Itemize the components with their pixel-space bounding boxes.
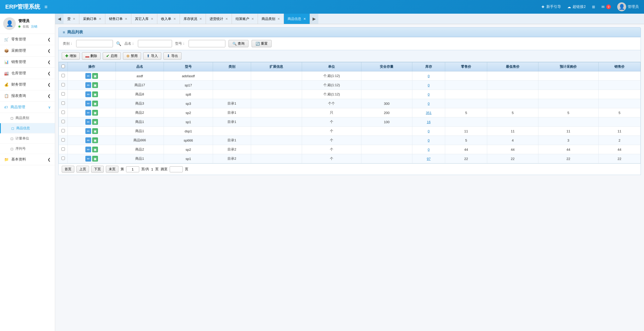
superlink-action[interactable]: ☁ 超链接2: [567, 4, 586, 9]
edit-button[interactable]: ✏: [85, 156, 91, 162]
sidebar-item-product-info[interactable]: ◻ 商品信息: [0, 123, 55, 133]
row-checkbox[interactable]: [61, 74, 65, 77]
tab-purchase-order[interactable]: 采购订单 ✕: [79, 14, 105, 24]
tab-inventory-close[interactable]: ✕: [199, 17, 202, 21]
add-button[interactable]: ✚ 增加: [62, 52, 80, 60]
stock-link[interactable]: 0: [428, 83, 430, 87]
edit-button[interactable]: ✏: [85, 82, 91, 88]
tab-inventory[interactable]: 库存状况 ✕: [180, 14, 206, 24]
row-checkbox[interactable]: [61, 92, 65, 96]
tab-product-info[interactable]: 商品信息 ✕: [284, 14, 310, 24]
row-checkbox[interactable]: [61, 83, 65, 86]
tab-inbound-close[interactable]: ✕: [225, 17, 228, 21]
sidebar-item-product-category[interactable]: ◻ 商品类别: [0, 113, 55, 123]
tab-goods-close[interactable]: ✕: [73, 17, 75, 21]
toggle-button[interactable]: ▣: [92, 101, 98, 106]
sidebar-item-finance[interactable]: 💰财务管理 ❮: [0, 79, 55, 90]
category-search-icon[interactable]: 🔍: [116, 41, 121, 46]
stock-link[interactable]: 0: [428, 102, 430, 106]
tab-goods[interactable]: 货 ✕: [64, 14, 79, 24]
edit-button[interactable]: ✏: [85, 73, 91, 79]
goto-input[interactable]: [170, 166, 183, 172]
tab-receipt[interactable]: 收入单 ✕: [157, 14, 180, 24]
stock-link[interactable]: 16: [427, 120, 430, 124]
edit-button[interactable]: ✏: [85, 137, 91, 143]
logout-label[interactable]: 注销: [31, 24, 37, 29]
name-input[interactable]: [138, 40, 172, 47]
edit-button[interactable]: ✏: [85, 101, 91, 106]
sidebar-item-warehouse[interactable]: 🏭仓库管理 ❮: [0, 68, 55, 79]
tab-next-arrow[interactable]: ▶: [310, 14, 318, 24]
tab-other-in[interactable]: 其它入库 ✕: [131, 14, 157, 24]
sidebar-item-unit[interactable]: ◻ 计量单位: [0, 133, 55, 144]
tab-sales-order[interactable]: 销售订单 ✕: [105, 14, 131, 24]
toggle-button[interactable]: ▣: [92, 91, 98, 97]
sidebar-item-sales[interactable]: 📊销售管理 ❮: [0, 56, 55, 68]
edit-button[interactable]: ✏: [85, 91, 91, 97]
select-all-checkbox[interactable]: [61, 65, 65, 68]
stock-link[interactable]: 351: [426, 111, 432, 115]
sidebar-item-purchase[interactable]: 📦采购管理 ❮: [0, 45, 55, 56]
reset-button[interactable]: 🔄 重置: [252, 40, 272, 47]
sidebar-item-retail[interactable]: 🛒零售管理 ❮: [0, 34, 55, 45]
edit-button[interactable]: ✏: [85, 128, 91, 134]
tab-receipt-close[interactable]: ✕: [173, 17, 176, 21]
export-button[interactable]: ⬇ 导出: [163, 52, 181, 60]
row-checkbox[interactable]: [61, 138, 65, 142]
first-page-button[interactable]: 首页: [62, 166, 74, 173]
toggle-button[interactable]: ▣: [92, 82, 98, 88]
toggle-button[interactable]: ▣: [92, 128, 98, 134]
row-checkbox[interactable]: [61, 120, 65, 123]
tab-product-cat[interactable]: 商品类别 ✕: [258, 14, 284, 24]
tab-product-cat-close[interactable]: ✕: [277, 17, 280, 21]
split-action[interactable]: ⊞: [592, 5, 595, 9]
tab-purchase-close[interactable]: ✕: [99, 17, 101, 21]
last-page-button[interactable]: 末页: [106, 166, 118, 173]
stock-link[interactable]: 0: [428, 138, 430, 142]
prev-page-button[interactable]: 上页: [76, 166, 89, 173]
row-checkbox[interactable]: [61, 147, 65, 151]
stock-link[interactable]: 0: [428, 129, 430, 133]
tab-sales-close[interactable]: ✕: [125, 17, 127, 21]
stock-link[interactable]: 0: [428, 74, 430, 78]
toggle-button[interactable]: ▣: [92, 137, 98, 143]
sidebar-item-product[interactable]: 🏷商品管理 ∨: [0, 102, 55, 113]
stock-link[interactable]: 0: [428, 92, 430, 96]
edit-button[interactable]: ✏: [85, 147, 91, 152]
tab-prev-arrow[interactable]: ◀: [55, 14, 64, 24]
user-action[interactable]: 👤 管理员: [617, 2, 639, 11]
enable-button[interactable]: ✔ 启用: [103, 52, 121, 60]
row-checkbox[interactable]: [61, 101, 65, 105]
toggle-button[interactable]: ▣: [92, 147, 98, 152]
search-button[interactable]: 🔍 查询: [228, 40, 248, 47]
stock-link[interactable]: 0: [428, 148, 430, 152]
tab-product-info-close[interactable]: ✕: [303, 17, 306, 21]
import-button[interactable]: ⬆ 导入: [143, 52, 161, 60]
category-input[interactable]: [76, 40, 113, 47]
sidebar-item-report[interactable]: 📋报表查询 ❮: [0, 90, 55, 102]
delete-button[interactable]: ▬ 删除: [82, 52, 101, 60]
tab-settle[interactable]: 结算账户 ✕: [232, 14, 258, 24]
edit-button[interactable]: ✏: [85, 110, 91, 116]
row-checkbox[interactable]: [61, 129, 65, 132]
menu-toggle-icon[interactable]: ≡: [44, 4, 48, 10]
row-checkbox[interactable]: [61, 111, 65, 114]
row-checkbox[interactable]: [61, 157, 65, 160]
sidebar-item-serial[interactable]: ◻ 序列号: [0, 144, 55, 154]
edit-button[interactable]: ✏: [85, 119, 91, 125]
sidebar-item-basic[interactable]: 📁基本资料 ❮: [0, 154, 55, 165]
disable-button[interactable]: ⊗ 禁用: [123, 52, 141, 60]
tab-settle-close[interactable]: ✕: [251, 17, 254, 21]
toggle-button[interactable]: ▣: [92, 110, 98, 116]
next-page-button[interactable]: 下页: [91, 166, 104, 173]
toggle-button[interactable]: ▣: [92, 119, 98, 125]
type-input[interactable]: [189, 40, 225, 47]
tab-other-in-close[interactable]: ✕: [151, 17, 153, 21]
toggle-button[interactable]: ▣: [92, 156, 98, 162]
toggle-button[interactable]: ▣: [92, 73, 98, 79]
mail-action[interactable]: ✉ 0: [601, 4, 611, 9]
tab-inbound-stats[interactable]: 进货统计 ✕: [206, 14, 232, 24]
stock-link[interactable]: 97: [427, 157, 430, 161]
page-number-input[interactable]: [126, 166, 139, 172]
guide-action[interactable]: ❖ 新手引导: [541, 4, 561, 9]
